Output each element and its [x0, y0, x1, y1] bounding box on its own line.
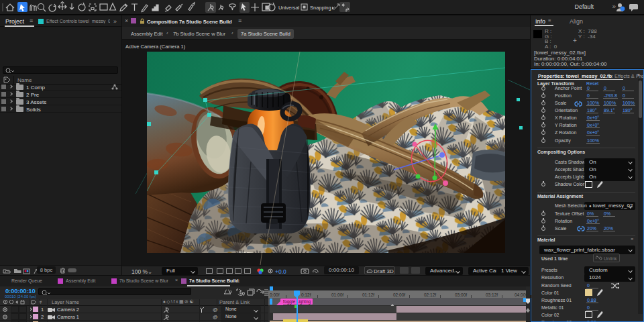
- svg-text:Snapping: Snapping: [310, 5, 331, 11]
- svg-text:Universal: Universal: [278, 5, 300, 11]
